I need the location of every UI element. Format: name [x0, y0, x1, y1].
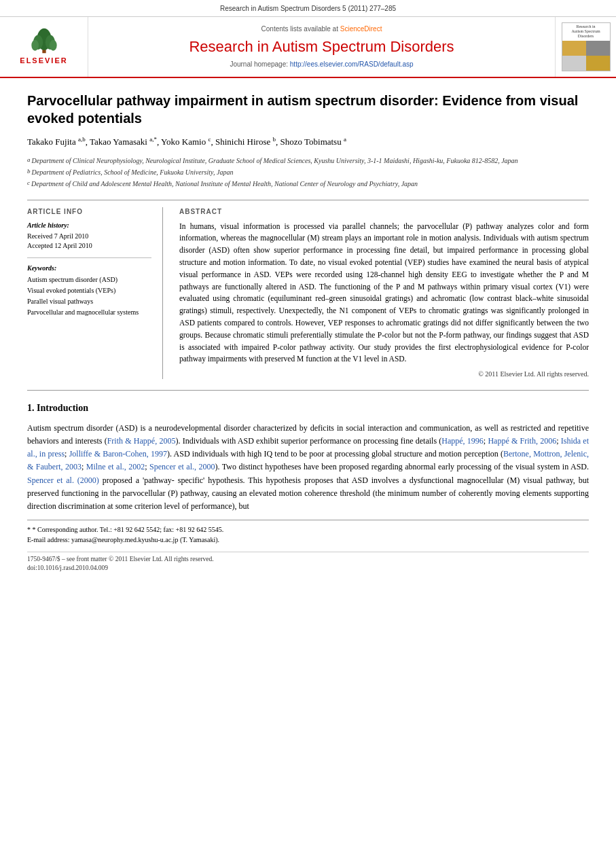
authors-line: Takako Fujita a,b, Takao Yamasaki a,*, Y… — [27, 135, 589, 149]
ref-jolliffe[interactable]: Jolliffe & Baron-Cohen, 1997 — [69, 449, 167, 459]
science-direct-label: Contents lists available at ScienceDirec… — [261, 24, 382, 34]
svg-point-5 — [50, 40, 57, 51]
cover-cell-2 — [586, 41, 610, 56]
keyword-1: Autism spectrum disorder (ASD) — [27, 274, 151, 285]
journal-cover-thumb: Research in Autism Spectrum Disorders — [555, 17, 616, 77]
footer-bar: 1750-9467/$ – see front matter © 2011 El… — [27, 552, 589, 573]
section-divider — [27, 390, 589, 391]
svg-point-4 — [31, 40, 39, 51]
ref-milne[interactable]: Milne et al., 2002 — [86, 462, 145, 471]
abstract-label: ABSTRACT — [179, 207, 589, 217]
affiliations: a Department of Clinical Neurophysiology… — [27, 156, 589, 189]
keyword-2: Visual evoked potentials (VEPs) — [27, 285, 151, 296]
article-info-col: ARTICLE INFO Article history: Received 7… — [27, 207, 163, 380]
homepage-link[interactable]: http://ees.elsevier.com/RASD/default.asp — [290, 60, 414, 68]
elsevier-tree-icon — [24, 27, 65, 54]
cover-cell-3 — [562, 56, 586, 71]
keywords-list: Autism spectrum disorder (ASD) Visual ev… — [27, 274, 151, 318]
ref-spencer-2000[interactable]: Spencer et al. (2000) — [27, 476, 99, 485]
journal-title-area: Contents lists available at ScienceDirec… — [88, 17, 555, 77]
two-col-section: ARTICLE INFO Article history: Received 7… — [27, 200, 589, 380]
affiliation-a: a Department of Clinical Neurophysiology… — [27, 156, 589, 166]
email-note: E-mail address: yamasa@neurophy.med.kyus… — [27, 535, 589, 545]
doi-line: doi:10.1016/j.rasd.2010.04.009 — [27, 564, 589, 573]
copyright-line: © 2011 Elsevier Ltd. All rights reserved… — [179, 370, 589, 379]
cover-thumb-box: Research in Autism Spectrum Disorders — [562, 22, 611, 71]
affiliation-c: c Department of Child and Adolescent Men… — [27, 179, 589, 189]
article-title: Parvocellular pathway impairment in auti… — [27, 92, 589, 127]
abstract-text: In humans, visual information is process… — [179, 221, 589, 366]
article-history-group: Article history: Received 7 April 2010 A… — [27, 221, 151, 251]
cover-thumb-graphic — [562, 41, 610, 71]
footer-area: * * Corresponding author. Tel.: +81 92 6… — [27, 520, 589, 545]
introduction-heading: 1. Introduction — [27, 401, 589, 415]
corresponding-note: * * Corresponding author. Tel.: +81 92 6… — [27, 524, 589, 535]
keyword-4: Parvocellular and magnocellular systems — [27, 307, 151, 318]
article-history-label: Article history: — [27, 221, 151, 230]
page: Research in Autism Spectrum Disorders 5 … — [0, 0, 616, 841]
cover-thumb-title: Research in Autism Spectrum Disorders — [562, 23, 610, 41]
issn-line: 1750-9467/$ – see front matter © 2011 El… — [27, 555, 589, 564]
ref-frith-happe[interactable]: Frith & Happé, 2005 — [107, 436, 176, 446]
journal-main-title: Research in Autism Spectrum Disorders — [189, 37, 454, 58]
cover-cell-1 — [562, 41, 586, 56]
cover-cell-4 — [586, 56, 610, 71]
affiliation-b: b Department of Pediatrics, School of Me… — [27, 167, 589, 177]
star-symbol: * — [27, 526, 33, 533]
keyword-3: Parallel visual pathways — [27, 296, 151, 307]
article-accepted: Accepted 12 April 2010 — [27, 241, 151, 251]
elsevier-logo-area: ELSEVIER — [0, 17, 88, 77]
ref-spencer[interactable]: Spencer et al., 2000 — [149, 462, 215, 471]
ref-happe-frith[interactable]: Happé & Frith, 2006 — [488, 436, 556, 446]
introduction-paragraph-1: Autism spectrum disorder (ASD) is a neur… — [27, 422, 589, 513]
abstract-col: ABSTRACT In humans, visual information i… — [179, 207, 589, 380]
journal-header-bar: Research in Autism Spectrum Disorders 5 … — [0, 0, 616, 17]
main-content: Parvocellular pathway impairment in auti… — [0, 78, 616, 587]
elsevier-wordmark: ELSEVIER — [20, 56, 67, 66]
journal-homepage: Journal homepage: http://ees.elsevier.co… — [230, 60, 413, 69]
science-direct-link[interactable]: ScienceDirect — [340, 25, 382, 33]
journal-citation: Research in Autism Spectrum Disorders 5 … — [220, 5, 396, 12]
elsevier-banner: ELSEVIER Contents lists available at Sci… — [0, 17, 616, 78]
article-info-label: ARTICLE INFO — [27, 207, 151, 217]
ref-happe-1996[interactable]: Happé, 1996 — [441, 436, 484, 446]
keywords-label: Keywords: — [27, 264, 151, 273]
keywords-group: Keywords: Autism spectrum disorder (ASD)… — [27, 264, 151, 318]
article-received: Received 7 April 2010 — [27, 232, 151, 241]
